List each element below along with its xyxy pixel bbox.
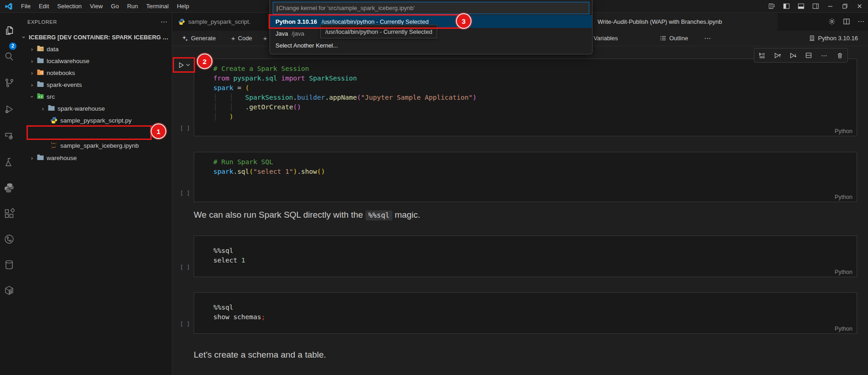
- workspace-root-label: ICEBERG [DEV CONTAINER: SPARK ICEBERG DE…: [29, 34, 172, 41]
- tab-sample-pyspark-script[interactable]: sample_pyspark_script.: [172, 12, 268, 31]
- sparkle-icon: [182, 35, 188, 42]
- menu-help[interactable]: Help: [173, 0, 193, 12]
- menu-run[interactable]: Run: [123, 0, 142, 12]
- menu-edit[interactable]: Edit: [35, 0, 53, 12]
- split-cell-icon[interactable]: [804, 51, 813, 59]
- code-cell-1[interactable]: # Create a Spark Session from pyspark.sq…: [194, 59, 857, 136]
- python-icon[interactable]: [4, 182, 15, 193]
- customize-layout-icon[interactable]: [767, 2, 776, 11]
- folder-src-icon: [37, 93, 44, 100]
- tab-write-audit-publish[interactable]: Write-Audit-Publish (WAP) with Branches.…: [591, 12, 778, 31]
- markdown-cell-1[interactable]: We can also run Spark SQL directly with …: [194, 210, 420, 220]
- item-label: sample_spark_iceberg.ipynb: [60, 142, 139, 149]
- toggle-secondary-sidebar-icon[interactable]: [811, 2, 820, 11]
- menu-file[interactable]: File: [17, 0, 35, 12]
- toolbar-more-icon[interactable]: ⋯: [704, 31, 711, 46]
- add-code-button[interactable]: + Code: [231, 31, 252, 46]
- kernel-name: Python 3.10.16: [275, 18, 317, 25]
- menu-selection[interactable]: Selection: [53, 0, 85, 12]
- gear-icon[interactable]: [828, 18, 836, 25]
- explorer-badge: 2: [9, 43, 16, 50]
- sidebar-item-spark-warehouse[interactable]: › spark-warehouse: [18, 102, 193, 114]
- source-control-icon[interactable]: [4, 77, 15, 88]
- annotation-circle-3: 3: [457, 14, 471, 28]
- more-actions-icon[interactable]: ⋯: [857, 17, 864, 26]
- sidebar-item-notebooks[interactable]: › notebooks: [18, 67, 182, 79]
- generate-label: Generate: [191, 35, 216, 42]
- menu-go[interactable]: Go: [107, 0, 123, 12]
- menu-terminal[interactable]: Terminal: [142, 0, 173, 12]
- restore-icon[interactable]: [841, 2, 849, 11]
- database-icon[interactable]: [4, 259, 15, 270]
- item-label: sample_pyspark_script.py: [60, 117, 132, 124]
- delete-cell-icon[interactable]: [836, 51, 844, 59]
- code-cell-4[interactable]: %%sql show schemas; Python: [194, 292, 857, 334]
- jupyter-file-icon: [50, 142, 58, 149]
- run-above-icon[interactable]: [773, 51, 782, 59]
- sidebar-item-data[interactable]: › data: [18, 43, 182, 55]
- item-label: spark-warehouse: [58, 105, 105, 112]
- minimize-icon[interactable]: [826, 2, 834, 11]
- split-editor-icon[interactable]: [843, 18, 850, 25]
- testing-beaker-icon[interactable]: [4, 157, 15, 168]
- kernel-picker-button[interactable]: Python 3.10.16: [809, 31, 858, 46]
- outline-list-icon: [660, 35, 667, 42]
- menu-view[interactable]: View: [86, 0, 107, 12]
- kernel-picker-input[interactable]: | Change kernel for 'src/sample_spark_ic…: [273, 2, 589, 14]
- run-debug-icon[interactable]: [4, 104, 15, 115]
- cell-1-code[interactable]: # Create a Spark Session from pyspark.sq…: [213, 64, 476, 122]
- cell-4-code[interactable]: %%sql show schemas;: [213, 303, 265, 322]
- cell-4-execution-count: [ ]: [180, 321, 190, 327]
- tab-label: Write-Audit-Publish (WAP) with Branches.…: [598, 18, 722, 25]
- remote-console-icon[interactable]: [4, 130, 15, 141]
- cell-language-badge[interactable]: Python: [835, 269, 852, 275]
- markdown-cell-2[interactable]: Let's create a schema and a table.: [194, 350, 326, 360]
- toggle-panel-icon[interactable]: [797, 2, 805, 11]
- explorer-more-icon[interactable]: ⋯: [160, 18, 167, 26]
- sidebar-item-sample-spark-iceberg[interactable]: sample_spark_iceberg.ipynb: [18, 139, 203, 151]
- cell-language-badge[interactable]: Python: [835, 326, 852, 332]
- cell-language-badge[interactable]: Python: [835, 194, 852, 200]
- outline-label: Outline: [669, 35, 688, 42]
- run-below-icon[interactable]: [789, 51, 797, 59]
- code-cell-3[interactable]: %%sql select 1 Python: [194, 236, 857, 277]
- markdown-text: We can also run Spark SQL directly with …: [194, 210, 365, 220]
- sidebar-item-sample-pyspark-script[interactable]: sample_pyspark_script.py: [18, 114, 203, 126]
- chevron-right-icon: ›: [28, 58, 36, 64]
- item-label: warehouse: [47, 155, 77, 161]
- cell-3-execution-count: [ ]: [180, 264, 190, 271]
- folder-notebooks-icon: [37, 69, 44, 76]
- folder-icon: [48, 105, 55, 112]
- workspace-root[interactable]: › ICEBERG [DEV CONTAINER: SPARK ICEBERG …: [20, 32, 172, 43]
- search-icon[interactable]: [4, 51, 15, 62]
- execute-cells-icon[interactable]: [758, 51, 766, 59]
- close-window-icon[interactable]: [855, 2, 863, 11]
- container-icon[interactable]: [4, 285, 15, 296]
- item-label: src: [47, 93, 55, 100]
- cell-2-execution-count: [ ]: [180, 190, 190, 197]
- folder-icon: [37, 57, 44, 64]
- chevron-right-icon: ›: [28, 46, 36, 53]
- select-another-kernel-label: Select Another Kernel...: [275, 42, 338, 49]
- sidebar-item-localwarehouse[interactable]: › localwarehouse: [18, 55, 182, 67]
- more-actions-icon[interactable]: ⋯: [820, 51, 828, 59]
- git-graph-icon[interactable]: [4, 234, 15, 245]
- generate-button[interactable]: Generate: [182, 31, 216, 46]
- sidebar-item-warehouse[interactable]: › warehouse: [18, 152, 182, 164]
- chevron-down-icon: ›: [21, 33, 27, 41]
- cell-2-code[interactable]: # Run Spark SQL spark.sql("select 1").sh…: [213, 157, 325, 177]
- folder-icon: [37, 81, 44, 88]
- explorer-icon[interactable]: [4, 25, 15, 36]
- select-another-kernel-option[interactable]: Select Another Kernel...: [270, 39, 592, 51]
- sidebar-item-src[interactable]: › src: [18, 91, 182, 102]
- outline-button[interactable]: Outline: [660, 31, 688, 46]
- toggle-primary-sidebar-icon[interactable]: [782, 2, 790, 11]
- cell-language-badge[interactable]: Python: [835, 128, 852, 134]
- sidebar-item-spark-events[interactable]: › spark-events: [18, 79, 182, 91]
- extensions-icon[interactable]: [4, 208, 15, 219]
- code-cell-2[interactable]: # Run Spark SQL spark.sql("select 1").sh…: [194, 152, 857, 202]
- kernel-picker-placeholder: Change kernel for 'src/sample_spark_iceb…: [278, 5, 414, 11]
- inline-code-chip: %%sql: [365, 210, 392, 220]
- cell-3-code[interactable]: %%sql select 1: [213, 246, 245, 265]
- kernel-name: Java: [275, 30, 288, 37]
